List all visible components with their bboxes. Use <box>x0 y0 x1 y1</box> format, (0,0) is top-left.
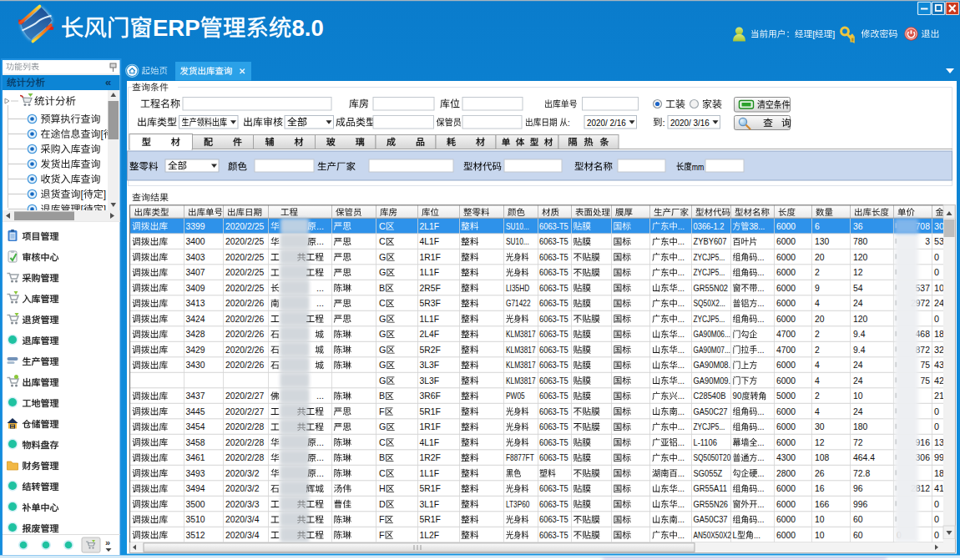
svg-text:B: B <box>379 283 385 293</box>
svg-text:GA90M09.: GA90M09. <box>694 376 731 386</box>
svg-text:...: ... <box>757 406 764 416</box>
svg-text:PW05: PW05 <box>506 391 525 401</box>
svg-text:...: ... <box>316 437 324 447</box>
svg-text:...: ... <box>757 314 764 324</box>
svg-text:mm: mm <box>692 162 705 172</box>
svg-text:4700: 4700 <box>776 330 796 339</box>
svg-text:G: G <box>379 252 386 262</box>
svg-text:3424: 3424 <box>186 315 205 324</box>
svg-text:F: F <box>379 514 385 524</box>
svg-text:...: ... <box>678 376 685 386</box>
svg-text:108: 108 <box>815 453 830 462</box>
svg-text:166: 166 <box>815 500 830 509</box>
svg-text:...: ... <box>678 499 685 509</box>
svg-text:H: H <box>379 483 386 493</box>
svg-text:3429: 3429 <box>186 346 205 355</box>
svg-text:F: F <box>379 406 385 416</box>
svg-text:SG055Z: SG055Z <box>694 468 723 478</box>
svg-text:1R2F: 1R2F <box>420 453 441 462</box>
svg-text:SU10...: SU10... <box>506 221 529 231</box>
svg-text:2020/2/26: 2020/2/26 <box>225 346 264 355</box>
svg-text:75: 75 <box>920 376 930 386</box>
svg-text:0: 0 <box>934 314 939 324</box>
svg-text:38...: 38... <box>749 221 765 231</box>
svg-text:...: ... <box>678 345 685 355</box>
svg-text:GA50C37: GA50C37 <box>694 515 728 525</box>
svg-text:6063-T5: 6063-T5 <box>539 299 568 309</box>
svg-text:6000: 6000 <box>776 315 796 324</box>
svg-text:30: 30 <box>815 422 825 431</box>
svg-text:2020/3/2: 2020/3/2 <box>225 484 260 493</box>
svg-text:780: 780 <box>853 237 868 246</box>
svg-text:2020/3/4: 2020/3/4 <box>225 531 260 540</box>
svg-text:6000: 6000 <box>776 376 796 386</box>
svg-text:...: ... <box>678 422 685 432</box>
svg-text:...: ... <box>316 468 324 478</box>
svg-text:180: 180 <box>853 422 868 431</box>
svg-text:6063-T5: 6063-T5 <box>539 391 568 401</box>
svg-text:2020/2/25: 2020/2/25 <box>225 268 264 277</box>
svg-text:3458: 3458 <box>186 438 205 447</box>
svg-text:ZYCJP5...: ZYCJP5... <box>694 421 725 431</box>
svg-text:L-1106: L-1106 <box>694 437 718 447</box>
svg-text:SQ5050T20: SQ5050T20 <box>694 452 731 462</box>
svg-text:2020/2/25: 2020/2/25 <box>225 284 264 293</box>
svg-text:0: 0 <box>934 530 939 540</box>
svg-text:...: ... <box>757 468 764 478</box>
svg-text:5R1F: 5R1F <box>420 407 441 416</box>
svg-text:...: ... <box>316 452 324 462</box>
svg-text:1R1F: 1R1F <box>420 422 441 431</box>
svg-text:G: G <box>379 421 386 431</box>
svg-text:3461: 3461 <box>186 453 205 462</box>
svg-text:...: ... <box>678 515 685 525</box>
svg-text:G: G <box>379 345 386 355</box>
svg-text:16: 16 <box>815 484 825 493</box>
svg-text:6063-T5: 6063-T5 <box>539 252 568 262</box>
svg-text:...: ... <box>757 299 764 309</box>
svg-text:...: ... <box>757 484 764 494</box>
svg-text:]: ] <box>104 189 106 200</box>
svg-text:2020/2/25: 2020/2/25 <box>225 237 264 246</box>
svg-text:6063-T5: 6063-T5 <box>539 376 568 386</box>
svg-text:...: ... <box>757 453 764 463</box>
svg-text:2: 2 <box>815 391 820 401</box>
svg-text:6: 6 <box>815 222 820 231</box>
svg-text:9: 9 <box>815 284 820 293</box>
svg-text:0: 0 <box>934 421 939 431</box>
svg-text:G: G <box>379 360 386 370</box>
svg-text:3430: 3430 <box>186 361 205 370</box>
svg-text:GA90M07...: GA90M07... <box>694 345 730 355</box>
svg-text:90: 90 <box>733 391 742 401</box>
svg-text::: : <box>663 118 665 128</box>
svg-text:6063-T5: 6063-T5 <box>539 221 568 231</box>
svg-text:GR55N26: GR55N26 <box>694 499 729 509</box>
svg-text:2L4F: 2L4F <box>420 330 440 339</box>
svg-text:24: 24 <box>853 299 863 308</box>
svg-text:5R2F: 5R2F <box>420 346 441 355</box>
svg-text:2: 2 <box>815 330 820 339</box>
svg-text:6000: 6000 <box>776 299 796 308</box>
svg-text:120: 120 <box>853 253 868 262</box>
svg-text:3L3F: 3L3F <box>420 361 440 370</box>
svg-text:6063-T5: 6063-T5 <box>539 314 568 324</box>
svg-text:...: ... <box>678 237 685 247</box>
svg-text:996: 996 <box>853 500 868 509</box>
svg-text:9.4: 9.4 <box>853 346 866 355</box>
svg-text:GR55A11: GR55A11 <box>694 484 728 494</box>
svg-text:...: ... <box>678 221 685 231</box>
svg-text:...: ... <box>754 530 760 540</box>
svg-text:13: 13 <box>934 437 944 447</box>
svg-text:2020/3/2: 2020/3/2 <box>225 469 260 478</box>
svg-text:ZYCJP5...: ZYCJP5... <box>694 267 725 277</box>
svg-text:...: ... <box>757 422 764 432</box>
svg-text:6063-T5: 6063-T5 <box>539 453 568 463</box>
svg-text:G71422: G71422 <box>506 298 531 308</box>
svg-text:54: 54 <box>853 284 863 293</box>
svg-text:ERP: ERP <box>153 15 200 41</box>
svg-text:3: 3 <box>925 237 930 246</box>
svg-text:L: L <box>733 530 738 540</box>
svg-text:2020/ 3/16: 2020/ 3/16 <box>670 118 710 128</box>
svg-text:24: 24 <box>853 407 863 416</box>
svg-text:3407: 3407 <box>186 268 205 277</box>
svg-text:24: 24 <box>853 361 863 370</box>
